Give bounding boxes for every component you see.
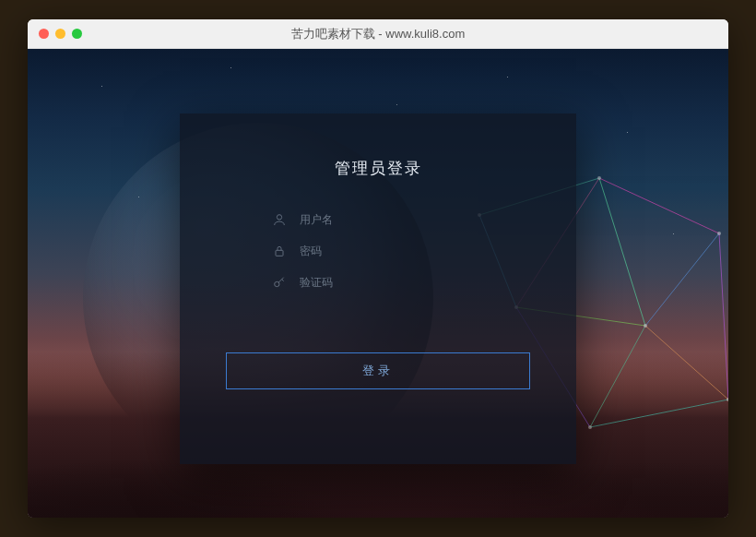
browser-window: 苦力吧素材下载 - www.kuli8.com: [28, 19, 728, 518]
star-icon: [101, 86, 102, 87]
key-icon: [272, 275, 287, 290]
svg-point-18: [588, 425, 592, 429]
window-title: 苦力吧素材下载 - www.kuli8.com: [28, 26, 728, 42]
captcha-row: [272, 275, 484, 290]
user-icon: [272, 212, 287, 227]
username-row: [272, 212, 484, 227]
password-input[interactable]: [300, 245, 484, 257]
star-icon: [396, 104, 397, 105]
star-icon: [507, 77, 508, 78]
svg-point-21: [275, 281, 279, 286]
star-icon: [138, 197, 139, 197]
close-icon[interactable]: [39, 29, 49, 39]
star-icon: [230, 67, 231, 68]
star-icon: [627, 132, 628, 133]
svg-point-13: [597, 176, 601, 180]
login-button[interactable]: 登录: [226, 352, 530, 389]
svg-line-2: [645, 233, 719, 326]
username-input[interactable]: [300, 213, 484, 226]
login-title: 管理员登录: [335, 158, 422, 179]
svg-line-11: [599, 178, 645, 326]
maximize-icon[interactable]: [72, 29, 82, 39]
page-viewport: 管理员登录 登录: [28, 49, 728, 518]
traffic-lights: [39, 29, 82, 39]
svg-rect-20: [276, 250, 283, 256]
window-titlebar: 苦力吧素材下载 - www.kuli8.com: [28, 19, 728, 49]
svg-line-10: [719, 233, 728, 400]
svg-point-19: [277, 215, 281, 220]
login-panel: 管理员登录 登录: [180, 113, 576, 464]
lock-icon: [272, 244, 287, 258]
svg-point-15: [644, 324, 647, 328]
svg-point-14: [717, 232, 721, 235]
svg-line-6: [645, 326, 728, 400]
svg-line-1: [599, 178, 719, 233]
svg-line-9: [590, 326, 645, 427]
captcha-input[interactable]: [300, 276, 484, 289]
svg-line-7: [590, 400, 728, 427]
minimize-icon[interactable]: [55, 29, 65, 39]
password-row: [272, 244, 484, 258]
